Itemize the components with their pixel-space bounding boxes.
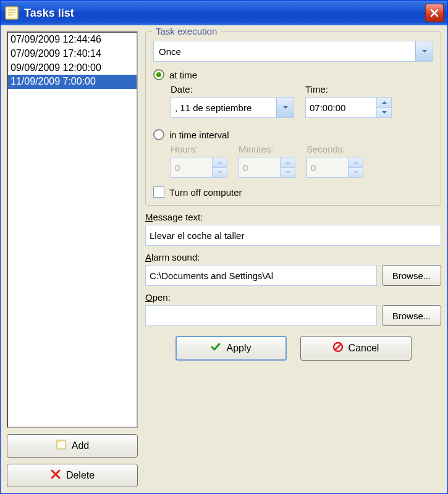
time-spinner[interactable] (376, 98, 391, 117)
seconds-input[interactable]: 0 (306, 157, 363, 178)
alarm-browse-label: Browse... (392, 270, 431, 281)
open-browse-label: Browse... (392, 311, 431, 321)
minutes-value: 0 (239, 162, 251, 173)
delete-icon (50, 469, 61, 482)
message-row: Message text: Llevar el coche al taller (145, 212, 441, 246)
hours-value: 0 (171, 162, 184, 173)
seconds-label: Seconds: (306, 144, 363, 154)
radio-interval[interactable] (153, 129, 164, 140)
date-dropdown-button[interactable] (276, 98, 294, 117)
task-item[interactable]: 07/09/2009 17:40:14 (8, 47, 137, 61)
add-button-label: Add (72, 440, 89, 451)
radio-at-time-label: at time (169, 70, 197, 80)
radio-at-time[interactable] (153, 69, 164, 80)
task-item[interactable]: 09/09/2009 12:00:00 (8, 61, 137, 75)
hours-spinner[interactable] (212, 157, 227, 177)
left-actions: Add Delete (7, 434, 138, 487)
checkmark-icon (210, 341, 221, 355)
task-item[interactable]: 11/09/2009 7:00:00 (8, 75, 137, 89)
time-spin-down[interactable] (377, 107, 391, 118)
svg-line-6 (335, 344, 341, 350)
svg-rect-0 (6, 7, 18, 19)
message-value: Llevar el coche al taller (150, 230, 244, 241)
radio-interval-row[interactable]: in time interval (153, 129, 433, 140)
time-value: 07:00:00 (306, 103, 349, 113)
date-field: Date: , 11 de septiembre (171, 84, 294, 118)
seconds-spin-down[interactable] (349, 167, 363, 178)
alarm-label: Alarm sound: (145, 252, 441, 262)
minutes-input[interactable]: 0 (239, 157, 295, 178)
delete-button[interactable]: Delete (7, 464, 138, 487)
interval-fields: Hours: 0 Minutes: 0 (171, 144, 433, 178)
hours-field: Hours: 0 (171, 144, 227, 178)
add-icon (56, 439, 67, 453)
date-value: , 11 de septiembre (171, 103, 255, 113)
open-row: Open: Browse... (145, 292, 441, 326)
client-area: 07/09/2009 12:44:46 07/09/2009 17:40:14 … (1, 25, 447, 493)
radio-interval-label: in time interval (169, 130, 229, 140)
frequency-select[interactable]: Once (153, 41, 433, 62)
seconds-field: Seconds: 0 (306, 144, 363, 178)
radio-at-time-row[interactable]: at time (153, 69, 433, 80)
titlebar[interactable]: Tasks list (1, 1, 447, 25)
open-browse-button[interactable]: Browse... (382, 305, 441, 326)
add-button[interactable]: Add (7, 434, 138, 458)
tasks-list-window: Tasks list 07/09/2009 12:44:46 07/09/200… (0, 0, 448, 494)
minutes-spin-up[interactable] (281, 157, 295, 167)
alarm-value: C:\Documents and Settings\Al (150, 270, 273, 281)
task-execution-legend: Task execution (152, 26, 221, 36)
frequency-dropdown-button[interactable] (415, 41, 433, 61)
close-button[interactable] (425, 4, 444, 22)
date-input[interactable]: , 11 de septiembre (171, 97, 294, 118)
apply-button-label: Apply (226, 343, 251, 354)
turnoff-label: Turn off computer (169, 187, 242, 198)
open-input[interactable] (145, 305, 377, 326)
window-title: Tasks list (24, 7, 425, 20)
cancel-button-label: Cancel (349, 343, 379, 354)
time-input[interactable]: 07:00:00 (305, 97, 392, 118)
time-label: Time: (305, 84, 392, 94)
time-field: Time: 07:00:00 (305, 84, 392, 118)
alarm-browse-button[interactable]: Browse... (382, 265, 441, 286)
seconds-spinner[interactable] (348, 157, 363, 177)
hours-spin-down[interactable] (213, 167, 227, 178)
turnoff-row[interactable]: Turn off computer (153, 186, 433, 198)
minutes-spin-down[interactable] (281, 167, 295, 178)
turnoff-checkbox[interactable] (153, 186, 164, 198)
open-label: Open: (145, 292, 441, 303)
nosign-icon (332, 341, 344, 355)
message-label: Message text: (145, 212, 441, 222)
time-spin-up[interactable] (377, 98, 391, 107)
date-label: Date: (171, 84, 294, 94)
task-list[interactable]: 07/09/2009 12:44:46 07/09/2009 17:40:14 … (7, 31, 138, 428)
minutes-field: Minutes: 0 (239, 144, 295, 178)
bottom-actions: Apply Cancel (145, 336, 441, 361)
task-execution-group: Task execution Once at time Date: , (145, 31, 441, 206)
delete-button-label: Delete (66, 470, 95, 481)
seconds-value: 0 (307, 162, 319, 173)
alarm-row: Alarm sound: C:\Documents and Settings\A… (145, 252, 441, 286)
cancel-button[interactable]: Cancel (300, 336, 412, 361)
minutes-label: Minutes: (239, 144, 295, 154)
right-pane: Task execution Once at time Date: , (145, 31, 441, 487)
hours-label: Hours: (171, 144, 227, 154)
hours-spin-up[interactable] (213, 157, 227, 167)
left-pane: 07/09/2009 12:44:46 07/09/2009 17:40:14 … (7, 31, 138, 487)
task-item[interactable]: 07/09/2009 12:44:46 (8, 33, 137, 47)
hours-input[interactable]: 0 (171, 157, 227, 178)
minutes-spinner[interactable] (280, 157, 295, 177)
seconds-spin-up[interactable] (349, 157, 363, 167)
at-time-fields: Date: , 11 de septiembre Time: 07:00:00 (171, 84, 433, 118)
frequency-value: Once (154, 46, 186, 57)
message-input[interactable]: Llevar el coche al taller (145, 225, 441, 246)
apply-button[interactable]: Apply (175, 336, 287, 361)
alarm-input[interactable]: C:\Documents and Settings\Al (145, 265, 377, 286)
app-icon (4, 6, 19, 20)
